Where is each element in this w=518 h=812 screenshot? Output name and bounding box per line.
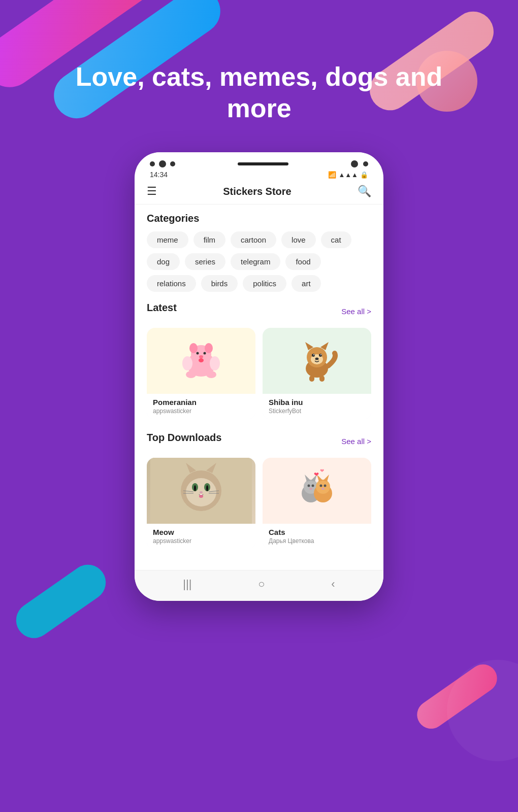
shiba-info: Shiba inu StickerfyBot	[263, 394, 371, 420]
svg-point-8	[186, 371, 196, 378]
app-bar: ☰ Stickers Store 🔍	[135, 181, 383, 205]
svg-point-6	[199, 355, 203, 358]
phone-dots-right	[351, 160, 368, 167]
meow-image	[147, 458, 255, 524]
pomeranian-image	[147, 328, 255, 394]
main-content: Categories meme film cartoon love cat do…	[135, 205, 383, 570]
top-downloads-header: Top Downloads See all >	[147, 432, 371, 451]
meow-author: appswasticker	[153, 537, 249, 545]
svg-point-5	[204, 352, 206, 355]
cats-image: ❤ ❤	[263, 458, 371, 524]
card-shiba[interactable]: Shiba inu StickerfyBot	[263, 328, 371, 420]
svg-point-10	[182, 356, 192, 370]
svg-point-31	[200, 491, 203, 493]
categories-section: Categories meme film cartoon love cat do…	[147, 213, 371, 292]
svg-point-29	[194, 485, 196, 491]
bottom-nav: ||| ○ ‹	[135, 570, 383, 601]
svg-point-52	[321, 488, 325, 490]
meow-svg	[147, 458, 255, 524]
signal-icon: ▲▲▲	[338, 171, 358, 179]
latest-section-header: Latest See all >	[147, 302, 371, 321]
cats-author: Дарья Цветкова	[269, 537, 365, 545]
nav-back-icon[interactable]: ‹	[331, 578, 335, 591]
pomeranian-author: appswasticker	[153, 408, 249, 415]
chip-series[interactable]: series	[185, 253, 225, 270]
bg-decoration-4	[9, 558, 113, 645]
chips-container: meme film cartoon love cat dog series te…	[147, 231, 371, 292]
bg-decoration-circle-2	[447, 660, 518, 761]
cats-svg: ❤ ❤	[292, 465, 342, 516]
top-downloads-title: Top Downloads	[147, 432, 221, 444]
status-bar: 14:34 📶 ▲▲▲ 🔒	[135, 167, 383, 181]
svg-point-9	[206, 371, 216, 378]
svg-point-43	[308, 485, 310, 487]
dot-3	[170, 161, 175, 166]
shiba-author: StickerfyBot	[269, 408, 365, 415]
status-icons: 📶 ▲▲▲ 🔒	[328, 171, 368, 179]
card-pomeranian[interactable]: Pomeranian appswasticker	[147, 328, 255, 420]
svg-point-17	[312, 354, 315, 357]
phone-top-decoration	[135, 152, 383, 167]
card-cats[interactable]: ❤ ❤ Cats Дарья Цветкова	[263, 458, 371, 550]
card-meow[interactable]: Meow appswasticker	[147, 458, 255, 550]
latest-section: Latest See all >	[147, 302, 371, 420]
categories-title: Categories	[147, 213, 371, 224]
svg-rect-23	[319, 376, 325, 382]
svg-point-21	[315, 358, 319, 360]
dot-2	[159, 160, 166, 167]
top-downloads-cards-grid: Meow appswasticker	[147, 458, 371, 550]
chip-birds[interactable]: birds	[201, 275, 238, 292]
app-bar-title: Stickers Store	[223, 186, 292, 197]
latest-title: Latest	[147, 302, 177, 314]
chip-telegram[interactable]: telegram	[231, 253, 280, 270]
shiba-name: Shiba inu	[269, 398, 365, 407]
chip-meme[interactable]: meme	[147, 231, 188, 248]
svg-point-51	[324, 485, 327, 487]
svg-text:❤: ❤	[314, 471, 319, 478]
svg-point-18	[319, 354, 322, 357]
lock-icon: 🔒	[360, 171, 368, 179]
dot-4	[351, 160, 358, 167]
svg-point-7	[199, 358, 204, 362]
svg-point-32	[199, 495, 203, 498]
chip-food[interactable]: food	[285, 253, 320, 270]
latest-see-all[interactable]: See all >	[341, 307, 371, 316]
svg-marker-41	[305, 475, 311, 482]
svg-point-2	[189, 343, 198, 353]
latest-cards-grid: Pomeranian appswasticker	[147, 328, 371, 420]
svg-point-11	[210, 356, 220, 370]
svg-point-50	[320, 485, 322, 487]
chip-film[interactable]: film	[193, 231, 225, 248]
chip-dog[interactable]: dog	[147, 253, 180, 270]
nav-home-icon[interactable]: ○	[258, 578, 265, 591]
cats-info: Cats Дарья Цветкова	[263, 524, 371, 550]
pomeranian-svg	[178, 338, 224, 384]
pomeranian-name: Pomeranian	[153, 398, 249, 407]
shiba-svg	[294, 338, 340, 384]
svg-point-44	[312, 485, 314, 487]
chip-cat[interactable]: cat	[321, 231, 351, 248]
chip-politics[interactable]: politics	[243, 275, 286, 292]
meow-name: Meow	[153, 528, 249, 536]
dot-1	[150, 161, 155, 166]
search-icon[interactable]: 🔍	[358, 185, 371, 198]
chip-love[interactable]: love	[281, 231, 316, 248]
svg-point-3	[205, 343, 213, 353]
wifi-icon: 📶	[328, 171, 336, 179]
chip-cartoon[interactable]: cartoon	[231, 231, 276, 248]
chip-art[interactable]: art	[292, 275, 321, 292]
meow-info: Meow appswasticker	[147, 524, 255, 550]
top-downloads-section: Top Downloads See all >	[147, 432, 371, 550]
top-downloads-see-all[interactable]: See all >	[341, 437, 371, 446]
menu-icon[interactable]: ☰	[147, 185, 157, 198]
status-time: 14:34	[150, 171, 168, 179]
hero-title: Love, cats, memes, dogs and more	[0, 61, 518, 124]
shiba-image	[263, 328, 371, 394]
svg-text:❤: ❤	[320, 468, 324, 473]
dot-5	[363, 161, 368, 166]
nav-recent-apps-icon[interactable]: |||	[183, 578, 191, 591]
chip-relations[interactable]: relations	[147, 275, 196, 292]
svg-point-19	[313, 354, 314, 355]
svg-point-20	[320, 354, 321, 355]
svg-point-30	[206, 485, 208, 491]
